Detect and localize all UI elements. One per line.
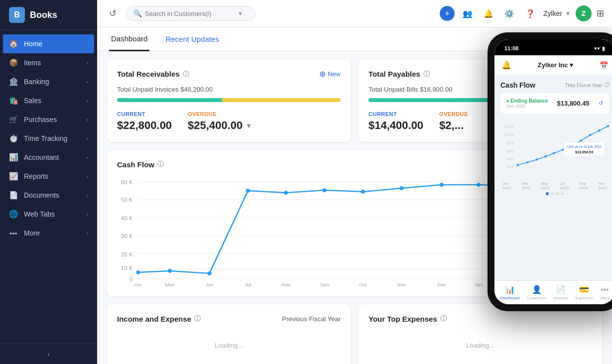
user-name: Zylker — [543, 9, 562, 17]
income-expense-title: Income and Expense ⓘ — [117, 314, 201, 323]
svg-point-19 — [322, 188, 326, 192]
payables-overdue-block: OVERDUE $2,... — [439, 111, 468, 132]
content-area: Dashboard Recent Updates ▶ Getting Start… — [97, 27, 612, 364]
sidebar-item-banking[interactable]: 🏦 Banking › — [0, 72, 97, 91]
tab-dashboard[interactable]: Dashboard — [109, 27, 149, 51]
sidebar: B Books 🏠 Home 📦 Items › 🏦 Banking › — [0, 0, 97, 364]
cash-flow-info-icon[interactable]: ⓘ — [157, 160, 164, 169]
search-bar[interactable]: 🔍 ▼ — [126, 6, 255, 21]
receivables-subtitle: Total Unpaid Invoices $48,200.00 — [117, 86, 341, 93]
sidebar-icon-home: 🏠 — [9, 39, 18, 48]
sidebar-item-more[interactable]: ••• More › — [0, 224, 97, 243]
top-expenses-info-icon[interactable]: ⓘ — [440, 314, 447, 323]
header-actions: + 👥 🔔 ⚙️ ❓ Zylker ▼ Z ⊞ — [440, 5, 604, 21]
sidebar-item-sales[interactable]: 🛍️ Sales › — [0, 91, 97, 110]
payables-current-label: CURRENT — [368, 111, 423, 117]
payables-new-button[interactable]: ⊕ New — [571, 69, 592, 79]
income-expense-period[interactable]: Previous Fiscal Year — [282, 315, 341, 323]
help-icon[interactable]: ❓ — [522, 5, 538, 21]
cash-flow-header: Cash Flow ⓘ — [117, 160, 592, 169]
sidebar-label-purchases: Purchases — [24, 116, 57, 123]
sidebar-item-time-tracking[interactable]: ⏱️ Time Tracking › — [0, 129, 97, 148]
plus-icon: ⊕ — [319, 69, 326, 79]
sidebar-item-reports[interactable]: 📈 Reports › — [0, 167, 97, 186]
svg-text:10 K: 10 K — [121, 265, 133, 271]
search-input[interactable] — [145, 10, 235, 17]
top-expenses-title: Your Top Expenses ⓘ — [368, 314, 447, 323]
overdue-amount: $25,400.00 ▼ — [188, 119, 252, 132]
sidebar-item-purchases[interactable]: 🛒 Purchases › — [0, 110, 97, 129]
payables-card: Total Payables ⓘ ⊕ New Total Unpaid Bill… — [359, 59, 602, 142]
income-expense-empty: Loading... — [117, 330, 341, 360]
income-expense-info-icon[interactable]: ⓘ — [194, 314, 201, 323]
sidebar-icon-banking: 🏦 — [9, 77, 18, 86]
history-button[interactable]: ↺ — [105, 6, 120, 21]
sidebar-item-web-tabs[interactable]: 🌐 Web Tabs › — [0, 205, 97, 224]
header: ↺ 🔍 ▼ + 👥 🔔 ⚙️ ❓ Zylker ▼ Z ⊞ — [97, 0, 612, 27]
sidebar-item-items[interactable]: 📦 Items › — [0, 53, 97, 72]
sidebar-chevron-banking: › — [86, 79, 88, 85]
sidebar-item-left-items: 📦 Items — [9, 58, 41, 67]
sidebar-icon-sales: 🛍️ — [9, 96, 18, 105]
sidebar-chevron-web-tabs: › — [86, 211, 88, 217]
svg-point-23 — [477, 183, 481, 187]
svg-text:Feb: Feb — [513, 282, 522, 286]
add-button[interactable]: + — [440, 6, 455, 21]
top-expenses-header: Your Top Expenses ⓘ — [368, 314, 592, 323]
svg-text:0: 0 — [129, 276, 132, 282]
payables-overdue-amount: $2,... — [439, 119, 468, 132]
progress-current — [117, 98, 222, 102]
sidebar-label-sales: Sales — [24, 97, 41, 105]
search-dropdown-icon[interactable]: ▼ — [238, 10, 243, 16]
avatar[interactable]: Z — [576, 5, 592, 21]
tabs-bar: Dashboard Recent Updates ▶ Getting Start… — [97, 27, 612, 51]
current-amount-block: CURRENT $22,800.00 — [117, 111, 172, 132]
sidebar-icon-web-tabs: 🌐 — [9, 210, 18, 219]
notifications-icon[interactable]: 🔔 — [481, 5, 496, 21]
sidebar-item-accountant[interactable]: 📊 Accountant › — [0, 148, 97, 167]
user-menu[interactable]: Zylker ▼ — [543, 9, 571, 17]
sidebar-collapse-section: ‹ — [0, 344, 97, 364]
sidebar-chevron-sales: › — [86, 98, 88, 104]
sidebar-label-items: Items — [24, 59, 41, 67]
svg-point-17 — [246, 189, 250, 193]
sidebar-item-left-sales: 🛍️ Sales — [9, 96, 41, 105]
sidebar-label-more: More — [24, 229, 40, 237]
sidebar-icon-accountant: 📊 — [9, 153, 18, 162]
grid-icon[interactable]: ⊞ — [597, 8, 604, 19]
payables-progress-current — [368, 98, 559, 102]
sidebar-collapse-button[interactable]: ‹ — [47, 350, 50, 358]
cash-flow-card: Cash Flow ⓘ 60 K 50 K 40 K 30 K 20 K 10 … — [107, 150, 602, 296]
receivables-title: Total Receivables ⓘ — [117, 70, 189, 79]
tab-recent-updates[interactable]: Recent Updates — [163, 27, 221, 51]
payables-info-icon[interactable]: ⓘ — [423, 70, 430, 79]
sidebar-label-time-tracking: Time Tracking — [24, 134, 67, 142]
sidebar-item-home[interactable]: 🏠 Home — [3, 34, 94, 53]
svg-text:40 K: 40 K — [121, 215, 133, 221]
payables-progress-overdue — [559, 98, 592, 102]
sidebar-icon-more: ••• — [9, 229, 18, 238]
sidebar-chevron-reports: › — [86, 173, 88, 179]
receivables-new-button[interactable]: ⊕ New — [319, 69, 341, 79]
settings-icon[interactable]: ⚙️ — [501, 5, 517, 21]
receivables-amounts: CURRENT $22,800.00 OVERDUE $25,400.00 ▼ — [117, 111, 341, 132]
sidebar-item-documents[interactable]: 📄 Documents › — [0, 186, 97, 205]
sidebar-label-accountant: Accountant — [24, 153, 59, 161]
svg-point-26 — [585, 180, 589, 184]
sidebar-item-left-home: 🏠 Home — [9, 39, 42, 48]
main-content: ↺ 🔍 ▼ + 👥 🔔 ⚙️ ❓ Zylker ▼ Z ⊞ Dashboard — [97, 0, 612, 364]
contacts-icon[interactable]: 👥 — [460, 5, 476, 21]
receivables-header: Total Receivables ⓘ ⊕ New — [117, 69, 341, 79]
svg-text:60 K: 60 K — [121, 179, 133, 185]
sidebar-icon-documents: 📄 — [9, 191, 18, 200]
receivables-info-icon[interactable]: ⓘ — [183, 70, 189, 79]
sidebar-item-left-web-tabs: 🌐 Web Tabs — [9, 210, 55, 219]
sidebar-chevron-more: › — [86, 230, 88, 236]
getting-started-icon: ▶ — [545, 35, 554, 44]
logo-icon: B — [9, 7, 25, 23]
amount-dropdown-icon[interactable]: ▼ — [245, 122, 252, 129]
sidebar-item-left-accountant: 📊 Accountant — [9, 153, 59, 162]
getting-started-button[interactable]: ▶ Getting Started — [545, 35, 600, 44]
overdue-amount-block: OVERDUE $25,400.00 ▼ — [188, 111, 252, 132]
sidebar-item-left-more: ••• More — [9, 229, 40, 238]
